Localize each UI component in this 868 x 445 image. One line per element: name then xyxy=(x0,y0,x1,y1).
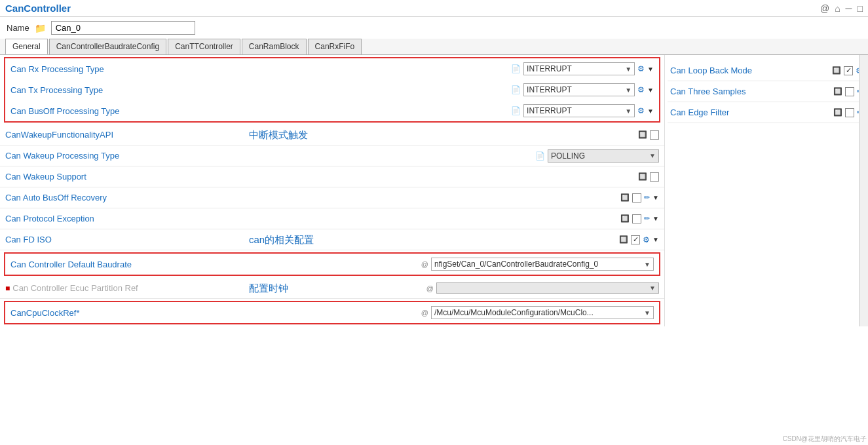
can-rx-processing-type-row: Can Rx Processing Type 📄 INTERRUPT ▼ ⚙ ▼ xyxy=(5,58,659,79)
tab-tt-controller[interactable]: CanTTController xyxy=(168,39,240,54)
wakeup-support-controls: 🔲 xyxy=(638,172,659,182)
can-wakeup-api-label: CanWakeupFunctionalityAPI xyxy=(5,130,638,140)
folder-icon: 📁 xyxy=(35,23,46,33)
partition-ref-indicator: ■ xyxy=(5,284,10,293)
main-content: Can Rx Processing Type 📄 INTERRUPT ▼ ⚙ ▼… xyxy=(0,55,868,326)
gear-icon-busoff[interactable]: ⚙ xyxy=(637,106,645,115)
gear-icon-fd-iso[interactable]: ⚙ xyxy=(643,235,650,244)
can-wakeup-processing-type-row: Can Wakeup Processing Type 📄 POLLING ▼ xyxy=(0,145,664,166)
can-rx-dropdown[interactable]: INTERRUPT ▼ xyxy=(523,62,635,75)
clock-ref-group: CanCpuClockRef* @ /Mcu/Mcu/McuModuleConf… xyxy=(4,301,660,324)
can-tx-arrow: ▼ xyxy=(625,87,632,94)
ref-icon-fd-iso: 🔲 xyxy=(619,235,628,244)
auto-busoff-checkbox[interactable] xyxy=(632,193,641,203)
can-three-samples-label: Can Three Samples xyxy=(670,87,831,96)
ref-icon-edge-filter: 🔲 xyxy=(833,108,842,117)
protocol-exception-checkbox[interactable] xyxy=(632,214,641,223)
wakeup-processing-value: POLLING xyxy=(551,151,647,161)
name-row: Name 📁 xyxy=(0,17,868,39)
clock-ref-arrow: ▼ xyxy=(644,309,651,317)
annotation-can-config: can的相关配置 xyxy=(249,233,314,246)
wakeup-processing-dropdown[interactable]: POLLING ▼ xyxy=(548,149,659,163)
ref-icon-protocol: 🔲 xyxy=(620,214,630,223)
pencil-icon-auto-busoff[interactable]: ✏ xyxy=(644,193,650,202)
can-busoff-arrow: ▼ xyxy=(625,107,632,115)
can-controller-default-baudrate-row: Can Controller Default Baudrate @ nfigSe… xyxy=(5,254,659,275)
at-icon-clock: @ xyxy=(421,309,428,317)
clock-ref-value: /Mcu/Mcu/McuModuleConfiguration/McuClo..… xyxy=(434,308,641,317)
tab-general[interactable]: General xyxy=(5,39,48,54)
maximize-icon[interactable]: □ xyxy=(858,3,863,14)
doc-icon-tx: 📄 xyxy=(511,85,521,94)
can-tx-value: INTERRUPT xyxy=(527,85,622,94)
loop-back-checkbox[interactable] xyxy=(844,66,853,75)
fd-iso-controls: 🔲 ⚙ ▼ xyxy=(619,235,659,244)
left-panel: Can Rx Processing Type 📄 INTERRUPT ▼ ⚙ ▼… xyxy=(0,55,665,326)
clock-ref-controls: @ /Mcu/Mcu/McuModuleConfiguration/McuClo… xyxy=(421,306,654,319)
baudrate-value: nfigSet/Can_0/CanControllerBaudrateConfi… xyxy=(434,260,641,269)
partition-ref-controls: @ ▼ xyxy=(426,282,659,294)
wakeup-processing-arrow: ▼ xyxy=(649,152,656,159)
can-fd-iso-row: Can FD ISO can的相关配置 🔲 ⚙ ▼ xyxy=(0,229,664,250)
can-edge-filter-label: Can Edge Filter xyxy=(670,107,831,117)
doc-icon-busoff: 📄 xyxy=(511,106,521,115)
arrow-protocol[interactable]: ▼ xyxy=(652,215,659,222)
app-title: CanController xyxy=(5,3,71,14)
tabs-bar: General CanControllerBaudrateConfig CanT… xyxy=(0,39,868,55)
baudrate-dropdown[interactable]: nfigSet/Can_0/CanControllerBaudrateConfi… xyxy=(431,258,654,271)
gear-icon-rx[interactable]: ⚙ xyxy=(637,64,645,73)
pencil-icon-protocol[interactable]: ✏ xyxy=(644,214,650,223)
can-busoff-dropdown[interactable]: INTERRUPT ▼ xyxy=(523,104,635,117)
scrollbar[interactable] xyxy=(859,55,868,326)
partition-ref-arrow: ▼ xyxy=(649,284,656,292)
ref-icon-wakeup-support: 🔲 xyxy=(638,172,647,181)
arrow-icon-tx[interactable]: ▼ xyxy=(647,87,654,94)
tab-ram-block[interactable]: CanRamBlock xyxy=(242,39,307,54)
fd-iso-checkbox[interactable] xyxy=(631,235,640,244)
at-icon-baudrate: @ xyxy=(421,260,428,268)
can-protocol-exception-label: Can Protocol Exception xyxy=(5,214,620,223)
can-controller-ecuc-partition-ref-row: ■ Can Controller Ecuc Partition Ref 配置时钟… xyxy=(0,278,664,299)
partition-ref-dropdown[interactable]: ▼ xyxy=(436,282,659,294)
can-wakeup-functionality-api-row: CanWakeupFunctionalityAPI 中断模式触发 🔲 xyxy=(0,125,664,145)
ref-icon-auto-busoff: 🔲 xyxy=(620,193,630,202)
three-samples-checkbox[interactable] xyxy=(845,87,854,96)
arrow-fd-iso[interactable]: ▼ xyxy=(652,236,659,243)
can-auto-busoff-recovery-row: Can Auto BusOff Recovery 🔲 ✏ ▼ xyxy=(0,187,664,208)
name-input[interactable] xyxy=(51,21,195,35)
can-tx-dropdown[interactable]: INTERRUPT ▼ xyxy=(523,83,635,96)
tab-baudrate-config[interactable]: CanControllerBaudrateConfig xyxy=(49,39,166,54)
tab-rx-fifo[interactable]: CanRxFiFo xyxy=(308,39,362,54)
wakeup-api-controls: 🔲 xyxy=(638,130,659,140)
can-three-samples-row: Can Three Samples 🔲 ✏ xyxy=(668,81,865,102)
ref-icon-three-samples: 🔲 xyxy=(833,87,842,96)
home-icon[interactable]: ⌂ xyxy=(835,3,840,14)
at-icon-partition: @ xyxy=(426,284,434,292)
wakeup-api-checkbox[interactable] xyxy=(650,130,659,140)
can-tx-processing-type-row: Can Tx Processing Type 📄 INTERRUPT ▼ ⚙ ▼ xyxy=(5,79,659,100)
wakeup-support-checkbox[interactable] xyxy=(650,172,659,182)
can-wakeup-support-row: Can Wakeup Support 🔲 xyxy=(0,166,664,187)
baudrate-arrow: ▼ xyxy=(644,261,651,268)
can-rx-arrow: ▼ xyxy=(625,66,632,73)
gear-icon-tx[interactable]: ⚙ xyxy=(637,85,645,94)
can-wakeup-support-label: Can Wakeup Support xyxy=(5,172,638,182)
minimize-icon[interactable]: ─ xyxy=(846,3,852,14)
can-loop-back-mode-row: Can Loop Back Mode 🔲 ⚙ xyxy=(668,60,865,81)
title-bar: CanController @ ⌂ ─ □ xyxy=(0,0,868,17)
arrow-icon-busoff[interactable]: ▼ xyxy=(647,107,654,115)
at-icon[interactable]: @ xyxy=(820,3,829,14)
can-controller-default-baudrate-label: Can Controller Default Baudrate xyxy=(10,260,421,269)
wakeup-processing-controls: 📄 POLLING ▼ xyxy=(535,149,659,163)
edge-filter-checkbox[interactable] xyxy=(845,108,854,117)
arrow-auto-busoff[interactable]: ▼ xyxy=(652,194,659,201)
clock-ref-dropdown[interactable]: /Mcu/Mcu/McuModuleConfiguration/McuClo..… xyxy=(431,306,654,319)
ref-icon-wakeup-api: 🔲 xyxy=(638,130,647,139)
interrupt-group: Can Rx Processing Type 📄 INTERRUPT ▼ ⚙ ▼… xyxy=(4,57,660,123)
can-loop-back-mode-label: Can Loop Back Mode xyxy=(670,66,829,75)
can-busoff-value: INTERRUPT xyxy=(527,106,622,115)
can-cpu-clock-ref-row: CanCpuClockRef* @ /Mcu/Mcu/McuModuleConf… xyxy=(5,302,659,323)
arrow-icon-rx[interactable]: ▼ xyxy=(647,66,654,73)
window-controls: @ ⌂ ─ □ xyxy=(820,3,863,14)
can-busoff-processing-type-row: Can BusOff Processing Type 📄 INTERRUPT ▼… xyxy=(5,100,659,121)
